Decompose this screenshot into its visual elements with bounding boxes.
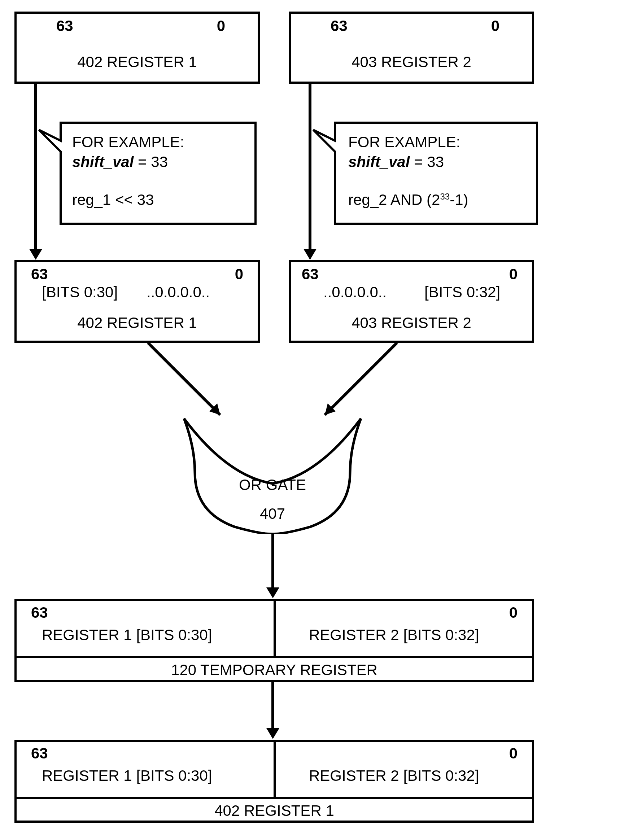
register-label: 402 REGISTER 1 [17,802,532,819]
value: = 33 [134,153,168,170]
shift-val-label: shift_val [348,153,410,170]
arrow-line [272,534,274,588]
register-label: 120 TEMPORARY REGISTER [17,662,532,679]
temporary-register: 63 0 REGISTER 1 [BITS 0:30] REGISTER 2 [… [14,599,534,682]
divider [273,742,276,797]
arrow-head-icon [303,249,317,260]
callout-text: reg_1 << 33 [72,191,154,208]
register-1-top: 63 0 402 REGISTER 1 [14,11,260,84]
register-label: 403 REGISTER 2 [291,314,532,332]
shift-val-label: shift_val [72,153,134,170]
svg-line-2 [325,343,397,415]
zeros-content: ..0.0.0.0.. [147,284,210,301]
register-2-mid: 63 0 ..0.0.0.0.. [BITS 0:32] 403 REGISTE… [289,260,534,343]
register-label: 402 REGISTER 1 [17,314,258,332]
divider [273,601,276,656]
bit-hi: 63 [31,265,48,283]
arrow-line [309,84,311,250]
bits-content: [BITS 0:30] [42,284,118,301]
callout-text: shift_val = 33 [348,153,444,171]
callout-text: shift_val = 33 [72,153,168,171]
text: reg_2 AND (2 [348,191,440,208]
right-half-label: REGISTER 2 [BITS 0:32] [309,626,479,644]
or-gate-label: OR GATE [235,476,310,494]
svg-line-0 [148,343,220,415]
or-gate-number: 407 [235,505,310,523]
arrow-line [34,84,37,250]
bit-lo: 0 [509,265,518,283]
bit-lo: 0 [509,745,518,762]
bit-lo: 0 [217,17,225,35]
bit-lo: 0 [491,17,499,35]
divider [17,656,532,658]
callout-text: FOR EXAMPLE: [348,134,460,151]
register-label: 403 REGISTER 2 [291,54,532,71]
register-label: 402 REGISTER 1 [17,54,258,71]
bits-content: [BITS 0:32] [425,284,500,301]
bit-lo: 0 [235,265,243,283]
bit-hi: 63 [31,745,48,762]
divider [17,797,532,799]
left-half-label: REGISTER 1 [BITS 0:30] [42,626,212,644]
diagram-canvas: 63 0 402 REGISTER 1 63 0 403 REGISTER 2 … [0,0,633,840]
exponent: 33 [440,192,450,201]
right-half-label: REGISTER 2 [BITS 0:32] [309,767,479,785]
text: -1) [450,191,468,208]
arrow-head-icon [266,728,279,739]
callout-text: reg_2 AND (233-1) [348,191,469,208]
callout-text: FOR EXAMPLE: [72,134,184,151]
bit-hi: 63 [331,17,347,35]
value: = 33 [410,153,444,170]
left-half-label: REGISTER 1 [BITS 0:30] [42,767,212,785]
bit-lo: 0 [509,604,518,621]
bit-hi: 63 [31,604,48,621]
bit-hi: 63 [302,265,319,283]
zeros-content: ..0.0.0.0.. [324,284,387,301]
register-2-top: 63 0 403 REGISTER 2 [289,11,534,84]
register-1-mid: 63 0 [BITS 0:30] ..0.0.0.0.. 402 REGISTE… [14,260,260,343]
arrow-head-icon [266,587,279,598]
final-register: 63 0 REGISTER 1 [BITS 0:30] REGISTER 2 [… [14,740,534,823]
bit-hi: 63 [56,17,73,35]
arrow-line [272,682,274,729]
arrow-head-icon [29,249,42,260]
